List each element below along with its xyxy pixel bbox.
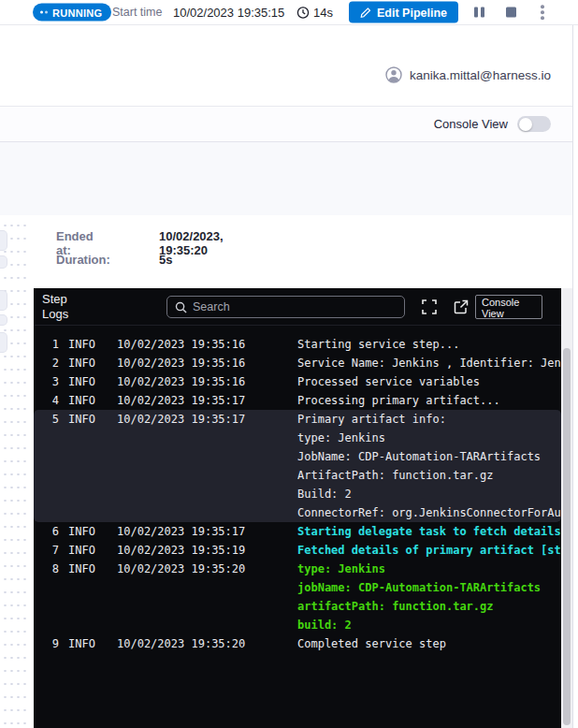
log-message: Starting service step... (297, 335, 459, 354)
log-message: Primary artifact info: (297, 410, 446, 429)
log-level (68, 447, 102, 466)
start-time-value: 10/02/2023 19:35:15 (173, 6, 284, 20)
log-entry: 6INFO10/02/2023 19:35:17Starting delegat… (34, 522, 561, 541)
log-entry: 7INFO10/02/2023 19:35:19Fetched details … (34, 541, 561, 560)
log-panel-header: Step Logs (34, 288, 561, 326)
log-level (68, 597, 102, 616)
log-level (68, 503, 102, 522)
execution-toolbar: RUNNING Start time 10/02/2023 19:35:15 1… (0, 0, 578, 25)
log-entry: 4INFO10/02/2023 19:35:17Processing prima… (34, 391, 561, 410)
log-entry: 9INFO10/02/2023 19:35:20Completed servic… (34, 634, 561, 653)
log-level: INFO (68, 522, 102, 541)
log-line-number (34, 466, 59, 485)
open-in-new-icon[interactable] (453, 298, 470, 315)
pipeline-node-fragment (0, 314, 7, 326)
console-view-button[interactable]: Console View (475, 295, 542, 319)
log-timestamp (117, 447, 245, 466)
log-level: INFO (68, 354, 102, 372)
log-level: INFO (68, 560, 102, 578)
log-line: 2INFO10/02/2023 19:35:16Service Name: Je… (34, 354, 561, 372)
log-message: Processing primary artifact... (297, 391, 500, 410)
log-message: Service Name: Jenkins , Identifier: Jen (297, 354, 561, 372)
log-line-number: 5 (34, 410, 59, 429)
page-header: kanika.mittal@harness.io (0, 25, 572, 106)
log-level: INFO (68, 391, 102, 410)
log-line-number (34, 503, 59, 522)
log-level (68, 578, 102, 597)
console-view-toggle-label: Console View (434, 117, 508, 131)
stop-icon[interactable] (506, 7, 516, 18)
kebab-menu-icon[interactable] (541, 5, 544, 20)
log-timestamp (117, 485, 245, 503)
log-timestamp (117, 578, 245, 597)
log-timestamp: 10/02/2023 19:35:16 (117, 354, 245, 372)
pause-icon[interactable] (474, 7, 484, 18)
log-message: JobName: CDP-Automation-TARArtifacts (297, 447, 541, 466)
log-line-number: 3 (34, 372, 59, 391)
edit-pipeline-button[interactable]: Edit Pipeline (349, 2, 458, 23)
log-line: 1INFO10/02/2023 19:35:16Starting service… (34, 335, 561, 354)
pipeline-canvas (0, 215, 29, 728)
log-timestamp: 10/02/2023 19:35:20 (117, 560, 245, 578)
log-level (68, 466, 102, 485)
log-level (68, 616, 102, 634)
log-timestamp (117, 429, 245, 447)
log-content: 1INFO10/02/2023 19:35:16Starting service… (34, 326, 561, 653)
pipeline-node-fragment (0, 230, 7, 251)
log-message: jobName: CDP-Automation-TARArtifacts (297, 578, 541, 597)
console-view-toggle[interactable] (517, 116, 551, 132)
step-details-card: Ended at: 10/02/2023, 19:35:20 Duration:… (29, 215, 572, 728)
log-message: build: 2 (297, 616, 352, 634)
log-search-box[interactable] (166, 296, 405, 318)
user-email: kanika.mittal@harness.io (410, 68, 551, 82)
log-line: type: Jenkins (34, 429, 561, 447)
log-line: 6INFO10/02/2023 19:35:17Starting delegat… (34, 522, 561, 541)
log-timestamp (117, 616, 245, 634)
log-line: ArtifactPath: function.tar.gz (34, 466, 561, 485)
log-line-number: 2 (34, 354, 59, 372)
log-line-number (34, 578, 59, 597)
log-entry: 2INFO10/02/2023 19:35:16Service Name: Je… (34, 354, 561, 372)
log-line-number: 7 (34, 541, 59, 560)
clock-icon (296, 6, 310, 19)
start-time-label: Start time (112, 6, 163, 19)
running-indicator-icon (40, 11, 48, 14)
log-message: type: Jenkins (297, 560, 385, 578)
view-options-row: Console View (0, 106, 572, 142)
log-level (68, 485, 102, 503)
log-message: Build: 2 (297, 485, 352, 503)
log-entry: 3INFO10/02/2023 19:35:16Processed servic… (34, 372, 561, 391)
log-line: 7INFO10/02/2023 19:35:19Fetched details … (34, 541, 561, 560)
log-message: Processed service variables (297, 372, 480, 391)
log-message: ConnectorRef: org.JenkinsConnectorForAu (297, 503, 561, 522)
log-line: artifactPath: function.tar.gz (34, 597, 561, 616)
log-line: JobName: CDP-Automation-TARArtifacts (34, 447, 561, 466)
log-entry: 5INFO10/02/2023 19:35:17Primary artifact… (34, 410, 561, 522)
step-logs-panel: Step Logs (34, 288, 561, 728)
log-message: Fetched details of primary artifact [st (297, 541, 561, 560)
log-search-input[interactable] (193, 300, 397, 313)
log-line: 3INFO10/02/2023 19:35:16Processed servic… (34, 372, 561, 391)
log-message: ArtifactPath: function.tar.gz (297, 466, 494, 485)
log-timestamp: 10/02/2023 19:35:16 (117, 372, 245, 391)
edit-icon (360, 7, 371, 18)
log-line-number (34, 597, 59, 616)
fullscreen-icon[interactable] (421, 298, 438, 315)
stage-summary-band (0, 142, 572, 215)
status-badge: RUNNING (33, 4, 111, 22)
log-line: build: 2 (34, 616, 561, 634)
execution-detail-area: Ended at: 10/02/2023, 19:35:20 Duration:… (0, 215, 572, 728)
log-timestamp: 10/02/2023 19:35:16 (117, 335, 245, 354)
edit-pipeline-label: Edit Pipeline (377, 6, 447, 19)
scrollbar-thumb[interactable] (563, 348, 571, 725)
log-level: INFO (68, 634, 102, 653)
user-menu[interactable]: kanika.mittal@harness.io (385, 66, 551, 83)
log-timestamp: 10/02/2023 19:35:17 (117, 410, 245, 429)
log-scrollbar[interactable] (561, 288, 572, 728)
log-line-number: 4 (34, 391, 59, 410)
right-gutter (572, 25, 578, 728)
log-line-number: 6 (34, 522, 59, 541)
log-message: artifactPath: function.tar.gz (297, 597, 494, 616)
log-line-number (34, 616, 59, 634)
pipeline-node-fragment (0, 255, 7, 269)
